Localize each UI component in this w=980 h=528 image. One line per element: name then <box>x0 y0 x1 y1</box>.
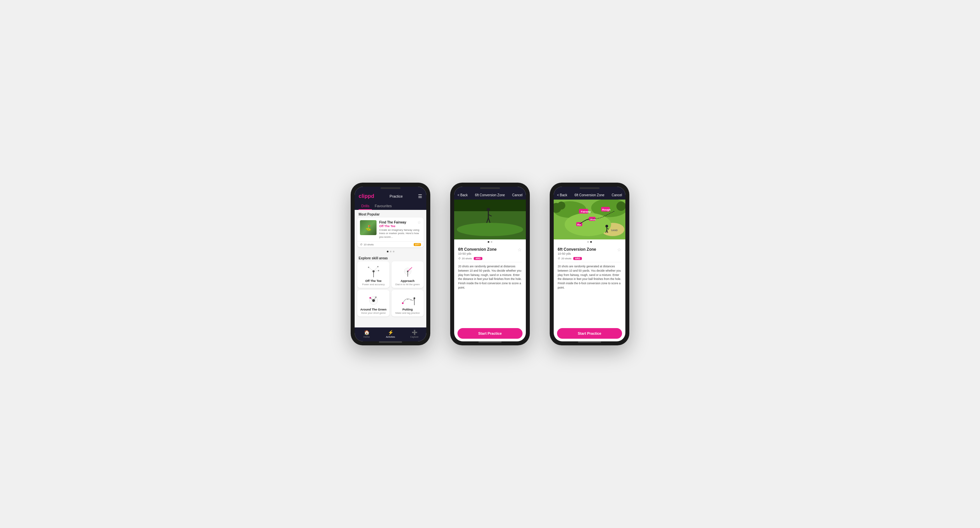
putting-icon <box>399 293 416 306</box>
phone3-back-button[interactable]: < Back <box>557 193 567 197</box>
skill-name-ott: Off The Tee <box>365 279 382 282</box>
drill-detail-content: 6ft Conversion Zone 10-50 yds ☆ 20 shots… <box>454 244 526 325</box>
nav-capture[interactable]: ➕ Capture <box>402 330 426 338</box>
phone3-cancel-button[interactable]: Cancel <box>612 193 622 197</box>
skill-name-atg: Around The Green <box>360 308 387 311</box>
svg-point-28 <box>457 223 523 236</box>
svg-text:SAND: SAND <box>611 229 618 231</box>
svg-point-41 <box>616 202 625 211</box>
svg-point-40 <box>557 202 565 209</box>
phone3-drill-title: 6ft Conversion Zone <box>558 247 596 252</box>
svg-point-21 <box>402 303 403 304</box>
phones-container: clippd Practice ☰ Drills Favourites Most… <box>351 183 629 345</box>
phone3-drill-detail-content: 6ft Conversion Zone 10-50 yds ☆ 20 shots… <box>554 244 625 325</box>
favourite-icon[interactable]: ☆ <box>417 220 421 225</box>
svg-point-4 <box>368 266 369 268</box>
img-dot-2[interactable] <box>491 241 492 243</box>
explore-title: Explore skill areas <box>355 254 426 262</box>
card-footer: 10 shots OTT <box>357 241 424 247</box>
menu-icon[interactable]: ☰ <box>418 194 422 199</box>
nav-activities[interactable]: ⚡ Activities <box>379 330 402 338</box>
phone-2-screen: < Back 6ft Conversion Zone Cancel <box>454 187 526 341</box>
phone-3: < Back 6ft Conversion Zone Cancel <box>550 183 629 345</box>
drill-photo <box>454 199 526 239</box>
ott-icon-area <box>365 265 382 278</box>
tabs-bar: Drills Favourites <box>355 202 426 210</box>
drill-description: 20 shots are randomly generated at dista… <box>458 264 522 290</box>
svg-point-22 <box>407 298 408 300</box>
skill-desc-ott: Power and accuracy <box>362 283 385 286</box>
approach-icon <box>399 265 416 278</box>
phone3-image-dots <box>554 239 625 244</box>
phone-1: clippd Practice ☰ Drills Favourites Most… <box>351 183 430 345</box>
app-logo: clippd <box>359 193 374 199</box>
phone3-divider <box>558 262 621 262</box>
skill-name-putting: Putting <box>402 308 413 311</box>
drill-text: Find The Fairway Off The Tee ☆ Create an… <box>379 220 421 239</box>
shots-count: 10 shots <box>360 243 374 246</box>
back-button[interactable]: < Back <box>458 193 468 197</box>
phone3-drill-info: 6ft Conversion Zone 10-50 yds ☆ 20 shots… <box>554 244 625 293</box>
tab-drills[interactable]: Drills <box>359 202 372 210</box>
featured-drill-card[interactable]: Find The Fairway Off The Tee ☆ Create an… <box>357 217 424 247</box>
skill-name-approach: Approach <box>401 279 414 282</box>
divider <box>458 262 522 262</box>
drill-map: Fairway Rough Hit Miss <box>554 199 625 239</box>
svg-text:Rough: Rough <box>602 208 611 211</box>
img-dot-1[interactable] <box>488 241 489 243</box>
phone3-drill-category-badge: ARG <box>573 257 582 260</box>
svg-point-5 <box>377 266 379 267</box>
skill-card-ott[interactable]: Off The Tee Power and accuracy <box>357 262 390 288</box>
phone-2: < Back 6ft Conversion Zone Cancel <box>450 183 530 345</box>
drill-title: Find The Fairway <box>379 220 406 225</box>
shots-count: 20 shots <box>458 257 472 260</box>
nav-home[interactable]: 🏠 Home <box>355 330 379 338</box>
favourite-star[interactable]: ☆ <box>517 247 522 252</box>
activities-label: Activities <box>386 336 395 338</box>
dot-3[interactable] <box>393 251 395 252</box>
cancel-button[interactable]: Cancel <box>512 193 522 197</box>
phone3-drill-meta: 20 shots ARG <box>558 257 621 260</box>
tab-favourites[interactable]: Favourites <box>372 202 394 210</box>
drill-subtitle: Off The Tee <box>379 225 406 228</box>
bottom-navigation: 🏠 Home ⚡ Activities ➕ Capture <box>355 327 426 341</box>
phone3-header: < Back 6ft Conversion Zone Cancel <box>554 187 625 199</box>
drill-header: 6ft Conversion Zone 10-50 yds ☆ <box>458 247 522 255</box>
skill-desc-putting: Make and lag practice <box>395 311 420 314</box>
ott-icon <box>365 265 382 278</box>
skill-card-putting[interactable]: Putting Make and lag practice <box>391 290 424 316</box>
drill-range: 10-50 yds <box>458 252 496 255</box>
capture-icon: ➕ <box>412 330 417 335</box>
drill-category-badge: ARG <box>474 257 482 260</box>
golf-scene-svg <box>454 199 526 239</box>
home-icon: 🏠 <box>364 330 369 335</box>
most-popular-label: Most Popular <box>355 210 426 217</box>
skill-grid: Off The Tee Power and accuracy <box>355 262 426 319</box>
skill-card-atg[interactable]: Around The Green Hone your short game <box>357 290 390 316</box>
phone-1-screen: clippd Practice ☰ Drills Favourites Most… <box>355 187 426 341</box>
phone3-img-dot-1[interactable] <box>587 241 589 243</box>
phone3-favourite-star[interactable]: ☆ <box>617 247 621 252</box>
phone2-header: < Back 6ft Conversion Zone Cancel <box>454 187 526 199</box>
phone1-header: clippd Practice ☰ <box>355 187 426 202</box>
skill-card-approach[interactable]: Approach Dial-in to hit the green <box>391 262 424 288</box>
home-label: Home <box>364 336 370 338</box>
putting-icon-area <box>399 293 416 306</box>
drill-thumbnail <box>360 220 377 235</box>
approach-icon-area <box>399 265 416 278</box>
phone3-img-dot-2[interactable] <box>590 241 592 243</box>
dot-1[interactable] <box>387 251 388 252</box>
drill-image <box>360 220 377 235</box>
svg-text:Fairway: Fairway <box>581 210 591 213</box>
phone2-header-title: 6ft Conversion Zone <box>475 193 505 197</box>
drill-meta: 20 shots ARG <box>458 257 522 260</box>
start-practice-button[interactable]: Start Practice <box>458 328 522 339</box>
phone-3-screen: < Back 6ft Conversion Zone Cancel <box>554 187 625 341</box>
svg-point-29 <box>487 208 490 211</box>
phone3-start-practice-button[interactable]: Start Practice <box>557 328 622 339</box>
phone3-header-title: 6ft Conversion Zone <box>574 193 605 197</box>
phone3-drill-description: 20 shots are randomly generated at dista… <box>558 264 621 290</box>
dot-2[interactable] <box>390 251 391 252</box>
phone3-shots-count: 20 shots <box>558 257 571 260</box>
main-content: Most Popular Find The Fairway Off The Te… <box>355 210 426 327</box>
